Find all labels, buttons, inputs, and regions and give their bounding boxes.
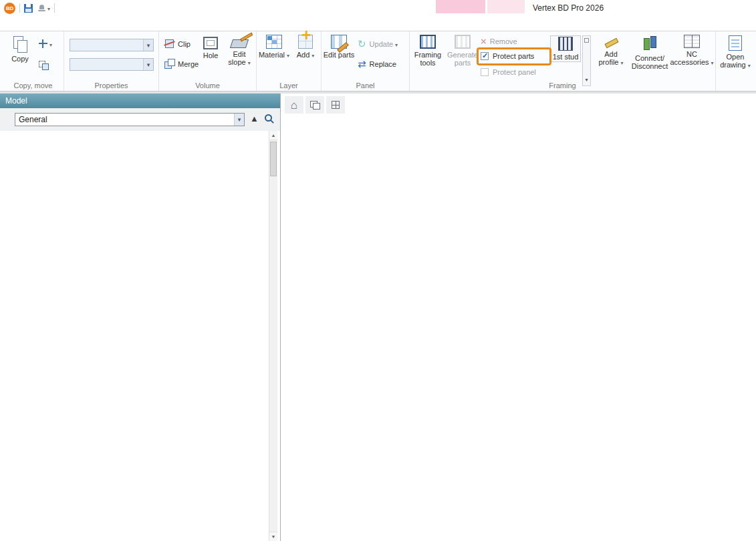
- hole-button[interactable]: Hole: [198, 35, 223, 59]
- dropdown-caret-icon: [246, 58, 251, 66]
- tree-scrollbar[interactable]: [269, 131, 277, 541]
- app-title: Vertex BD Pro 2026: [533, 3, 604, 13]
- edit-parts-icon: [331, 35, 347, 49]
- gallery-item-icon: [584, 38, 589, 43]
- qat-dropdown-caret-icon[interactable]: [45, 3, 50, 13]
- replace-icon: ⇄: [358, 59, 366, 69]
- merge-button[interactable]: Merge: [164, 59, 199, 69]
- accent-block-2: [487, 0, 525, 13]
- edit-slope-button[interactable]: Edit slope: [225, 35, 254, 67]
- first-stud-label: 1st stud: [553, 53, 579, 61]
- replace-button[interactable]: ⇄ Replace: [358, 59, 396, 69]
- dropdown-caret-icon: [393, 40, 398, 48]
- copy-button[interactable]: Copy: [7, 35, 33, 63]
- connect-disconnect-button[interactable]: Connect/ Disconnect: [630, 35, 669, 70]
- copy-special-button[interactable]: [39, 61, 49, 69]
- remove-icon: ×: [481, 36, 487, 46]
- divider: [19, 3, 20, 13]
- nc-accessories-label: NC accessories: [670, 50, 709, 66]
- update-icon: ↻: [358, 39, 366, 49]
- tile-windows-button[interactable]: [326, 96, 345, 114]
- collapse-tree-button[interactable]: ▲: [250, 114, 259, 123]
- combo-dropdown-icon[interactable]: [234, 114, 244, 126]
- edit-parts-button[interactable]: Edit parts: [323, 35, 355, 59]
- divider: [54, 3, 55, 13]
- scroll-up-icon[interactable]: [269, 131, 277, 140]
- add-button[interactable]: Add: [291, 35, 320, 60]
- add-profile-label: Add profile: [599, 50, 619, 66]
- model-panel-header[interactable]: Model: [0, 94, 280, 108]
- framing-tools-button[interactable]: Framing tools: [411, 35, 445, 67]
- add-icon: [298, 35, 313, 49]
- properties-combo-1[interactable]: [70, 39, 154, 51]
- open-drawing-label: Open drawing: [720, 53, 746, 69]
- generate-parts-button[interactable]: Generate parts: [446, 35, 479, 67]
- dropdown-caret-icon: [309, 51, 314, 59]
- edit-slope-label: Edit slope: [228, 50, 245, 66]
- protect-parts-checkbox-row[interactable]: Protect parts: [481, 52, 534, 60]
- framing-tools-label: Framing tools: [414, 51, 441, 67]
- scrollbar-thumb[interactable]: [270, 142, 277, 176]
- ribbon-group-properties: Properties: [64, 31, 159, 91]
- protect-parts-checkbox[interactable]: [481, 52, 489, 60]
- generate-parts-icon: [455, 35, 471, 49]
- scroll-down-icon[interactable]: [269, 532, 277, 541]
- combo-dropdown-icon[interactable]: [143, 59, 153, 70]
- first-stud-icon: [558, 37, 573, 51]
- remove-button[interactable]: × Remove: [481, 36, 517, 46]
- first-stud-button[interactable]: 1st stud: [550, 35, 581, 62]
- add-label: Add: [297, 51, 310, 59]
- ribbon-group-panel: Edit parts ↻ Update ⇄ Replace Panel: [322, 31, 410, 91]
- connect-disconnect-label: Connect/ Disconnect: [632, 54, 668, 70]
- group-label-framing: Framing: [410, 81, 715, 89]
- protect-panel-label: Protect panel: [493, 68, 536, 76]
- elevations-button[interactable]: ⌂: [285, 96, 303, 114]
- protect-panel-checkbox[interactable]: [481, 68, 489, 76]
- tree-filter-combo[interactable]: General: [15, 113, 245, 126]
- model-tree-panel: Model General ▲: [0, 94, 281, 541]
- material-button[interactable]: Material: [258, 35, 290, 60]
- clip-label: Clip: [178, 40, 191, 48]
- tree-filter-value: General: [19, 115, 47, 124]
- home-view-icon: ⌂: [291, 100, 297, 111]
- framing-gallery-strip[interactable]: [582, 35, 591, 86]
- open-drawing-button[interactable]: Open drawing: [717, 35, 753, 70]
- protect-panel-checkbox-row[interactable]: Protect panel: [481, 68, 536, 76]
- group-label-layer: Layer: [257, 81, 321, 89]
- duplicate-icon: [39, 61, 49, 69]
- tree-filter-row: General ▲: [0, 108, 280, 131]
- update-button[interactable]: ↻ Update: [358, 39, 398, 49]
- save-icon[interactable]: [24, 4, 33, 13]
- app-logo[interactable]: BD: [4, 3, 15, 14]
- viewport-3d[interactable]: ⌂: [281, 94, 756, 541]
- clip-button[interactable]: Clip: [164, 39, 191, 49]
- properties-combo-2[interactable]: [70, 58, 154, 71]
- dropdown-caret-icon: [618, 58, 623, 66]
- remove-label: Remove: [490, 37, 517, 45]
- generate-parts-label: Generate parts: [447, 51, 478, 67]
- ribbon-group-framing: Framing tools Generate parts × Remove Pr…: [410, 31, 716, 91]
- cascade-windows-button[interactable]: [305, 96, 324, 114]
- notifications-bell-icon[interactable]: [38, 5, 45, 12]
- model-tree: [0, 131, 269, 541]
- move-button[interactable]: [39, 39, 52, 48]
- connect-disconnect-icon: [641, 35, 658, 52]
- group-label-panel: Panel: [322, 81, 409, 89]
- ribbon-group-layer: Material Add Layer: [257, 31, 322, 91]
- add-profile-button[interactable]: Add profile: [594, 35, 628, 67]
- model-3d-view[interactable]: [281, 94, 756, 541]
- dropdown-caret-icon: [285, 51, 289, 59]
- framing-tools-icon: [420, 35, 436, 49]
- group-label-copy-move: Copy, move: [3, 81, 64, 89]
- nc-accessories-icon: [684, 35, 700, 48]
- merge-label: Merge: [178, 60, 199, 68]
- combo-dropdown-icon[interactable]: [143, 39, 153, 51]
- cascade-windows-icon: [310, 101, 320, 109]
- copy-icon: [11, 35, 29, 53]
- tab-bar: [0, 16, 756, 31]
- hole-label: Hole: [203, 51, 219, 59]
- nc-accessories-button[interactable]: NC accessories: [672, 35, 712, 67]
- search-icon[interactable]: [265, 114, 272, 122]
- hole-icon: [203, 37, 218, 49]
- ribbon: Copy Copy, move Properties Clip Merge: [0, 31, 756, 92]
